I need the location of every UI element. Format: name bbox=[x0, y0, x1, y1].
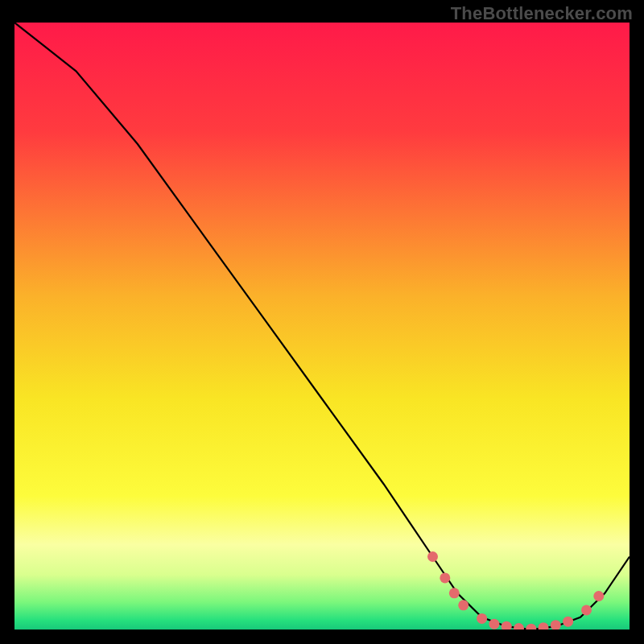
data-point bbox=[440, 572, 450, 583]
chart-frame: TheBottlenecker.com bbox=[0, 0, 644, 644]
bottleneck-curve-chart bbox=[14, 23, 630, 630]
data-point bbox=[563, 617, 573, 627]
data-point bbox=[489, 619, 499, 630]
data-point bbox=[458, 600, 469, 610]
data-point bbox=[477, 613, 487, 624]
data-point bbox=[449, 588, 460, 598]
data-point bbox=[427, 551, 438, 562]
gradient-background bbox=[14, 23, 630, 630]
plot-area bbox=[14, 23, 630, 630]
data-point bbox=[581, 605, 592, 615]
data-point bbox=[593, 591, 604, 601]
watermark-text: TheBottlenecker.com bbox=[451, 3, 633, 24]
